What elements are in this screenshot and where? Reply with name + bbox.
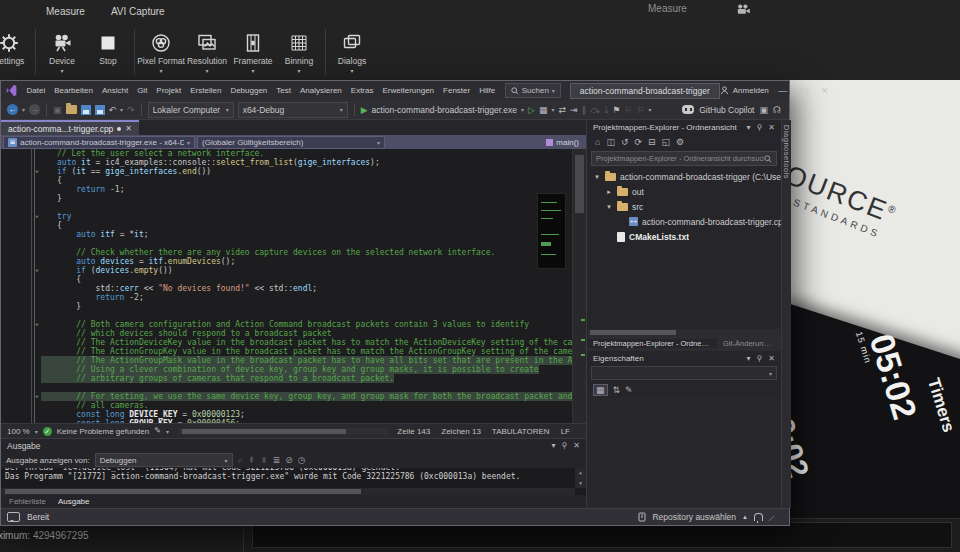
code-gutter[interactable]: ⌄ xyxy=(1,212,41,221)
scrollbar-thumb[interactable] xyxy=(182,429,346,434)
capture-button-settings[interactable]: Settings xyxy=(0,27,32,66)
diagnostics-tools-tab[interactable]: Diagnosetools xyxy=(782,125,791,179)
chevron-up-icon[interactable]: ▲ xyxy=(742,514,748,520)
minimize-button[interactable]: — xyxy=(776,86,790,96)
notifications-bell-icon[interactable] xyxy=(754,513,763,521)
step-into-icon[interactable]: ⤵ xyxy=(604,104,609,116)
solution-explorer-search[interactable]: Projektmappen-Explorer - Ordneransicht d… xyxy=(591,151,777,166)
t-row-src[interactable]: ▾src xyxy=(587,199,781,214)
code-gutter[interactable] xyxy=(1,347,41,356)
home-icon[interactable]: ⌂ xyxy=(595,137,600,147)
panel-tab-git-änderungen[interactable]: Git-Änderungen xyxy=(717,339,781,348)
close-icon[interactable]: ✕ xyxy=(768,123,775,132)
code-gutter[interactable] xyxy=(1,194,41,203)
pen-icon[interactable]: ✎ xyxy=(154,425,161,437)
t-row-out[interactable]: ▸out xyxy=(587,184,781,199)
menu-item-projekt[interactable]: Projekt xyxy=(152,84,186,97)
select-repository-button[interactable]: Repository auswählen xyxy=(652,512,736,522)
output-vertical-scrollbar[interactable]: ▲▼ xyxy=(575,468,586,488)
chevron-down-icon[interactable]: ▾ xyxy=(120,106,123,113)
chevron-down-icon[interactable]: ▾ xyxy=(649,106,652,113)
code-gutter[interactable] xyxy=(1,248,41,257)
menu-item-erweiterungen[interactable]: Erweiterungen xyxy=(378,84,439,97)
menu-item-ansicht[interactable]: Ansicht xyxy=(97,84,132,97)
start-debugging-button[interactable]: ▶ action-command-broadcast-trigger.exe ▾ xyxy=(361,105,524,115)
capture-tab-measure[interactable]: Measure xyxy=(44,4,87,19)
step-over-icon[interactable]: ⤼ xyxy=(590,104,600,116)
sign-in-button[interactable]: Anmelden xyxy=(720,86,769,95)
scrollbar-thumb[interactable] xyxy=(590,330,676,335)
fold-marker-icon[interactable]: ⌄ xyxy=(35,391,39,400)
alphabetical-icon[interactable]: ⇅ xyxy=(613,385,621,395)
previous-bookmark-icon[interactable]: ⚐ xyxy=(624,104,632,116)
code-gutter[interactable] xyxy=(1,302,41,311)
panel-tab-projektmappen-explorer-ordneransicht[interactable]: Projektmappen-Explorer - Ordneransicht xyxy=(587,339,717,348)
show-all-files-icon[interactable]: ◱ xyxy=(662,137,671,147)
code-editor[interactable]: // Let the user select a network interfa… xyxy=(1,149,586,423)
expand-down-icon[interactable]: ▾ xyxy=(605,203,613,211)
code-gutter[interactable] xyxy=(1,221,41,230)
refresh-icon[interactable]: ⟳ xyxy=(635,137,643,147)
close-icon[interactable]: ✕ xyxy=(768,354,775,363)
capture-button-device[interactable]: Device▾ xyxy=(39,27,85,73)
menu-item-fenster[interactable]: Fenster xyxy=(439,84,475,97)
t-row-action-command-broadcast-trigger-cpp[interactable]: ++action-command-broadcast-trigger.cpp xyxy=(587,214,781,229)
menu-item-git[interactable]: Git xyxy=(133,84,152,97)
code-gutter[interactable] xyxy=(1,419,41,423)
code-gutter[interactable] xyxy=(1,374,41,383)
chevron-down-icon[interactable]: ▾ xyxy=(35,428,38,435)
close-tab-icon[interactable]: ✕ xyxy=(125,124,132,133)
chevron-down-icon[interactable]: ▾ xyxy=(551,441,555,450)
menu-item-analysieren[interactable]: Analysieren xyxy=(295,84,346,97)
chevron-down-icon[interactable]: ▾ xyxy=(746,354,750,363)
capture-button-framerate[interactable]: Framerate▾ xyxy=(230,27,276,73)
code-gutter[interactable] xyxy=(1,365,41,374)
collapse-all-icon[interactable]: ⊟ xyxy=(648,137,656,147)
nav-project-combo[interactable]: ⊞ action-command-broadcast-trigger.exe -… xyxy=(3,136,195,149)
code-gutter[interactable] xyxy=(1,338,41,347)
capture-button-resolution[interactable]: Resolution▾ xyxy=(184,27,230,73)
search-box[interactable]: Suchen ▾ xyxy=(505,83,561,98)
categorized-icon[interactable]: ▦ xyxy=(593,384,608,396)
hot-reload-icon[interactable]: ⇄ xyxy=(559,104,567,116)
menu-item-erstellen[interactable]: Erstellen xyxy=(186,84,226,97)
break-all-icon[interactable]: ∥ xyxy=(582,104,587,116)
nav-member-combo[interactable]: main() xyxy=(541,138,584,147)
previous-message-icon[interactable]: ⇞ xyxy=(248,455,256,465)
properties-icon[interactable]: ⚙ xyxy=(676,137,684,147)
code-gutter[interactable] xyxy=(1,410,41,419)
capture-button-pixel-format[interactable]: Pixel Format▾ xyxy=(138,27,184,73)
scrollbar-thumb[interactable] xyxy=(575,155,584,213)
code-gutter[interactable] xyxy=(1,275,41,284)
maximize-button[interactable]: ▢ xyxy=(797,86,811,96)
new-project-icon[interactable]: ▣ xyxy=(53,104,62,116)
undo-icon[interactable]: ↶ xyxy=(109,104,117,116)
properties-grid[interactable] xyxy=(587,398,781,508)
code-gutter[interactable]: ⌄ xyxy=(1,320,41,329)
expand-down-icon[interactable]: ▾ xyxy=(593,173,601,181)
capture-button-binning[interactable]: Binning▾ xyxy=(276,27,322,73)
code-gutter[interactable] xyxy=(1,185,41,194)
menu-item-datei[interactable]: Datei xyxy=(22,84,50,97)
chevron-down-icon[interactable]: ▾ xyxy=(22,106,25,113)
code-gutter[interactable] xyxy=(1,293,41,302)
menu-item-test[interactable]: Test xyxy=(272,84,296,97)
code-gutter[interactable]: ⌄ xyxy=(1,266,41,275)
copilot-chat-icon[interactable]: ☊ xyxy=(773,104,781,116)
code-gutter[interactable]: ⌄ xyxy=(1,167,41,176)
debug-target-combo[interactable]: Lokaler Computer ▾ xyxy=(148,102,234,118)
code-gutter[interactable]: ⌄ xyxy=(1,392,41,401)
pin-icon[interactable]: ⚲ xyxy=(756,354,762,363)
panel-tab-ausgabe[interactable]: Ausgabe xyxy=(58,497,90,506)
bookmark-icon[interactable]: ⚑ xyxy=(612,104,620,116)
output-source-combo[interactable]: Debuggen ▾ xyxy=(95,453,233,467)
open-folder-icon[interactable] xyxy=(66,105,77,114)
properties-object-combo[interactable]: ▾ xyxy=(591,366,777,380)
chevron-down-icon[interactable]: ▾ xyxy=(166,428,169,435)
close-button[interactable]: ✕ xyxy=(818,86,832,96)
code-gutter[interactable] xyxy=(1,230,41,239)
code-gutter[interactable] xyxy=(1,149,41,158)
code-gutter[interactable] xyxy=(1,284,41,293)
save-icon[interactable] xyxy=(81,105,91,115)
navigate-back-icon[interactable]: ← xyxy=(7,104,18,115)
